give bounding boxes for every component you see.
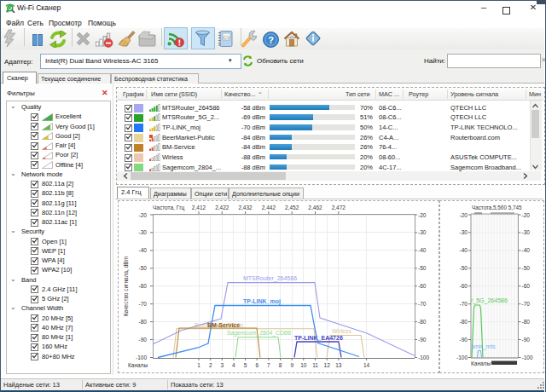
svg-text:-50: -50 [522, 265, 531, 271]
svg-text:-20: -20 [418, 212, 427, 218]
svg-text:-30: -30 [460, 229, 468, 235]
svg-text:-30: -30 [418, 229, 427, 235]
svg-text:-30: -30 [522, 229, 531, 235]
svg-text:Каналы: Каналы [471, 360, 491, 366]
svg-text:-100: -100 [522, 355, 533, 360]
svg-text:-60: -60 [139, 283, 148, 289]
svg-text:-60: -60 [522, 283, 531, 289]
svg-text:Частота, Ггц: Частота, Ггц [153, 205, 185, 211]
svg-text:14: 14 [363, 362, 370, 368]
svg-text:2,432: 2,432 [238, 205, 253, 210]
svg-text:MTSRouter_264586: MTSRouter_264586 [243, 275, 297, 282]
svg-text:6: 6 [255, 362, 258, 368]
svg-text:-40: -40 [418, 247, 427, 253]
svg-text:Каналы: Каналы [128, 362, 148, 368]
svg-text:TP-LINK_moj: TP-LINK_moj [243, 298, 281, 305]
svg-text:-50: -50 [460, 265, 468, 271]
svg-text:5: 5 [244, 362, 247, 368]
svg-text:-70: -70 [139, 301, 148, 307]
svg-text:2,462: 2,462 [308, 205, 322, 210]
svg-text:-90: -90 [139, 337, 148, 343]
svg-text:?: ? [268, 35, 274, 45]
svg-text:-60: -60 [418, 283, 427, 289]
svg-text:CV: CV [223, 35, 229, 40]
svg-text:-80: -80 [418, 319, 427, 325]
svg-text:-100: -100 [418, 355, 429, 360]
svg-text:-40: -40 [522, 247, 531, 253]
svg-text:13: 13 [335, 362, 342, 368]
svg-text:2,422: 2,422 [215, 205, 229, 210]
svg-text:Sagemcom_2804_CD8B: Sagemcom_2804_CD8B [227, 330, 292, 337]
svg-text:-60: -60 [460, 283, 468, 289]
svg-text:Wirless: Wirless [332, 328, 351, 334]
svg-text:7: 7 [267, 362, 270, 368]
svg-text:-90: -90 [460, 337, 468, 343]
svg-text:2,452: 2,452 [285, 205, 299, 210]
svg-text:Качество сигнала, dBm: Качество сигнала, dBm [123, 257, 129, 316]
svg-text:-80: -80 [522, 319, 531, 325]
svg-text:-40: -40 [460, 247, 468, 253]
svg-text:12: 12 [324, 362, 331, 368]
svg-text:-20: -20 [460, 212, 468, 218]
svg-text:-100: -100 [456, 355, 468, 360]
svg-text:1: 1 [197, 362, 200, 368]
svg-text:BM-Service: BM-Service [207, 322, 240, 328]
svg-text:-30: -30 [139, 229, 148, 235]
svg-text:amir_mts: amir_mts [471, 343, 496, 350]
svg-text:-80: -80 [139, 319, 148, 325]
svg-text:r_5G_264586: r_5G_264586 [471, 297, 508, 304]
svg-text:-70: -70 [460, 301, 468, 307]
svg-text:3: 3 [220, 362, 224, 368]
svg-text:4: 4 [232, 362, 235, 368]
svg-text:2,442: 2,442 [262, 205, 276, 210]
svg-text:2,412: 2,412 [192, 205, 206, 210]
svg-text:-70: -70 [522, 301, 531, 307]
svg-text:-50: -50 [418, 265, 427, 271]
svg-text:-90: -90 [522, 337, 531, 343]
svg-text:-80: -80 [460, 319, 468, 325]
svg-text:-40: -40 [139, 247, 148, 253]
svg-text:-70: -70 [418, 301, 427, 307]
svg-text:9: 9 [290, 362, 293, 368]
svg-text:8: 8 [279, 362, 282, 368]
svg-text:-90: -90 [418, 337, 427, 343]
svg-text:11: 11 [312, 362, 318, 368]
svg-text:-50: -50 [139, 265, 148, 271]
svg-text:-20: -20 [139, 212, 148, 218]
svg-text:2,472: 2,472 [332, 205, 346, 210]
svg-text:-100: -100 [136, 355, 147, 360]
svg-text:10: 10 [300, 362, 307, 368]
svg-text:2: 2 [209, 362, 212, 368]
svg-text:TP-LINK_EA4726: TP-LINK_EA4726 [294, 335, 343, 341]
svg-text:-20: -20 [522, 212, 531, 218]
svg-text:Частота,5,5б0 5,745: Частота,5,5б0 5,745 [472, 205, 522, 210]
